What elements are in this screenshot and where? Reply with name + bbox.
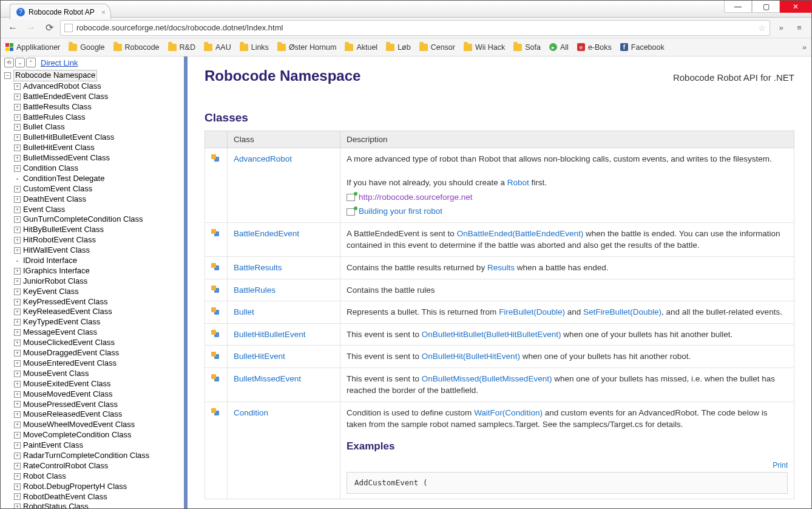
expander-icon[interactable] (14, 360, 21, 367)
expander-icon[interactable] (14, 463, 21, 470)
inline-link[interactable]: OnBattleEnded(BattleEndedEvent) (457, 229, 584, 238)
tree-item[interactable]: KeyTypedEvent Class (13, 317, 181, 327)
expander-icon[interactable] (14, 442, 21, 449)
tree-item[interactable]: BulletMissedEvent Class (13, 153, 181, 163)
main-content[interactable]: Robocode Namespace Robocode Robot API fo… (188, 56, 811, 508)
class-link[interactable]: AdvancedRobot (234, 154, 292, 163)
expander-icon[interactable] (14, 216, 21, 223)
tree-item[interactable]: MouseWheelMovedEvent Class (13, 420, 181, 430)
inline-link[interactable]: FireBullet(Double) (499, 307, 565, 316)
tree-item[interactable]: MessageEvent Class (13, 327, 181, 338)
expander-icon[interactable] (14, 186, 21, 193)
bookmark-eboks[interactable]: e e-Boks (577, 43, 612, 52)
bookmark-star-icon[interactable]: ☆ (758, 23, 766, 33)
overflow-chevron-icon[interactable]: » (774, 21, 788, 35)
bookmark-folder[interactable]: Wii Hack (464, 43, 505, 52)
expander-icon[interactable] (14, 278, 21, 285)
tree-item[interactable]: Bullet Class (13, 122, 181, 132)
tree-item[interactable]: BattleEndedEvent Class (13, 92, 181, 102)
inline-link[interactable]: OnBulletMissed(BulletMissedEvent) (422, 374, 552, 383)
hamburger-menu-icon[interactable]: ≡ (792, 21, 807, 35)
tree-item[interactable]: MoveCompleteCondition Class (13, 430, 181, 440)
class-link[interactable]: BulletHitBulletEvent (234, 330, 306, 339)
expander-icon[interactable] (14, 319, 21, 326)
tree-item[interactable]: IGraphics Interface (13, 266, 181, 276)
external-link[interactable]: Building your first robot (359, 205, 442, 217)
tab-close-icon[interactable]: × (101, 9, 105, 16)
class-link[interactable]: BulletHitEvent (234, 352, 285, 361)
bookmark-folder[interactable]: Links (240, 43, 269, 52)
tree-item[interactable]: RadarTurnCompleteCondition Class (13, 451, 181, 461)
expander-icon[interactable] (14, 247, 21, 254)
expander-icon[interactable] (14, 196, 21, 203)
class-link[interactable]: BulletMissedEvent (234, 374, 301, 383)
inline-link[interactable]: Robot (507, 178, 529, 187)
tree-item[interactable]: Robot Class (13, 471, 181, 482)
expander-icon[interactable] (14, 155, 21, 162)
back-button[interactable]: ← (5, 21, 20, 35)
expander-icon[interactable] (14, 114, 21, 121)
bookmark-folder[interactable]: Øster Hornum (277, 43, 337, 52)
direct-link[interactable]: Direct Link (41, 58, 78, 67)
expander-icon[interactable] (14, 411, 21, 418)
tree-item[interactable]: KeyPressedEvent Class (13, 297, 181, 307)
expander-icon[interactable] (14, 104, 21, 111)
tree-item[interactable]: CustomEvent Class (13, 184, 181, 194)
tree-item[interactable]: HitWallEvent Class (13, 245, 181, 256)
expander-icon[interactable] (14, 453, 21, 459)
bookmark-folder[interactable]: Sofa (513, 43, 541, 52)
expander-icon[interactable] (14, 381, 21, 388)
expander-icon[interactable] (14, 401, 21, 408)
expander-icon[interactable] (4, 72, 11, 79)
expander-icon[interactable] (14, 422, 21, 428)
bookmark-facebook[interactable]: f Facebook (620, 43, 665, 52)
tree-item[interactable]: MouseDraggedEvent Class (13, 348, 181, 358)
reload-button[interactable]: ⟳ (42, 21, 56, 35)
tree-item[interactable]: KeyReleasedEvent Class (13, 307, 181, 317)
tree-item[interactable]: BulletHitEvent Class (13, 143, 181, 153)
external-link[interactable]: http://robocode.sourceforge.net (359, 191, 473, 203)
bookmark-folder[interactable]: AAU (204, 43, 231, 52)
inline-link[interactable]: SetFireBullet(Double) (583, 307, 661, 316)
expander-icon[interactable] (14, 391, 21, 398)
expander-icon[interactable] (14, 340, 21, 346)
expander-icon[interactable] (14, 145, 21, 151)
print-link[interactable]: Print (773, 461, 788, 470)
expander-icon[interactable] (14, 165, 21, 172)
tree-item[interactable]: ConditionTest Delegate (13, 174, 181, 184)
tree-item[interactable]: GunTurnCompleteCondition Class (13, 214, 181, 225)
expander-icon[interactable] (14, 134, 21, 141)
expander-icon[interactable] (14, 289, 21, 295)
bookmark-folder[interactable]: Aktuel (345, 43, 377, 52)
tree-item[interactable]: MouseMovedEvent Class (13, 389, 181, 400)
bookmark-folder[interactable]: Google (69, 43, 104, 52)
expander-icon[interactable] (14, 371, 21, 377)
tree-item[interactable]: DeathEvent Class (13, 194, 181, 205)
forward-button[interactable]: → (24, 21, 38, 35)
address-bar[interactable]: robocode.sourceforge.net/docs/robocode.d… (60, 20, 770, 36)
bookmarks-overflow-icon[interactable]: » (802, 43, 807, 52)
inline-link[interactable]: WaitFor(Condition) (474, 408, 543, 417)
tree-item[interactable]: JuniorRobot Class (13, 276, 181, 287)
tree-item[interactable]: HitRobotEvent Class (13, 235, 181, 245)
bookmark-folder[interactable]: Løb (386, 43, 411, 52)
tree-item[interactable]: BattleResults Class (13, 102, 181, 112)
apps-shortcut[interactable]: Applikationer (5, 43, 60, 52)
expander-icon[interactable] (14, 207, 21, 213)
expander-icon[interactable] (14, 83, 21, 90)
sidebar[interactable]: ⟲ ⌄ ⌃ Direct Link Robocode Namespace Adv… (1, 56, 188, 508)
tree-item[interactable]: HitByBulletEvent Class (13, 225, 181, 235)
tree-item[interactable]: MouseClickedEvent Class (13, 338, 181, 348)
tree-item[interactable]: MouseExitedEvent Class (13, 379, 181, 389)
class-link[interactable]: Condition (234, 408, 268, 417)
expander-icon[interactable] (14, 350, 21, 357)
tree-item[interactable]: PaintEvent Class (13, 440, 181, 451)
tree-item[interactable]: BattleRules Class (13, 112, 181, 123)
tree-item[interactable]: MousePressedEvent Class (13, 400, 181, 410)
tree-root[interactable]: Robocode Namespace (3, 70, 181, 81)
tree-item[interactable]: RobotStatus Class (13, 502, 181, 508)
bookmark-folder[interactable]: Censor (419, 43, 455, 52)
tree-item[interactable]: RobotDeathEvent Class (13, 492, 181, 502)
expander-icon[interactable] (14, 493, 21, 500)
bookmark-folder[interactable]: Robocode (113, 43, 160, 52)
